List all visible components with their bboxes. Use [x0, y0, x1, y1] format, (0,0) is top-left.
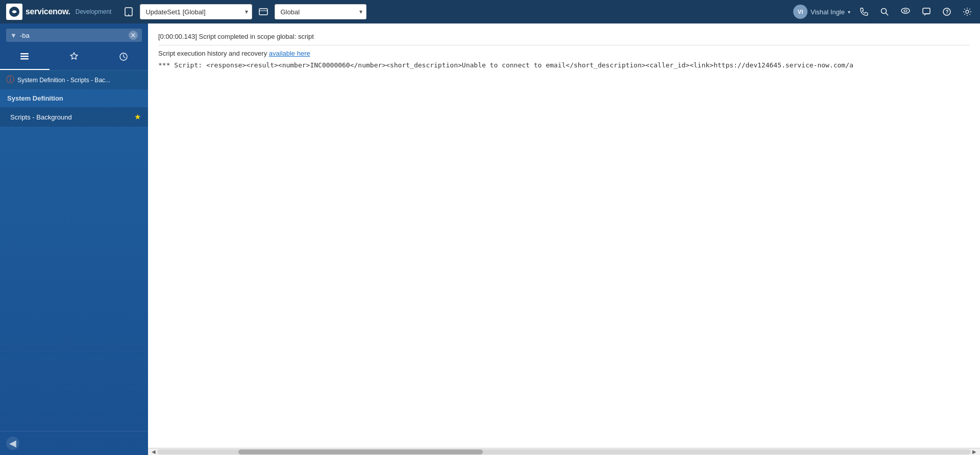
svg-point-2	[128, 14, 129, 15]
svg-line-6	[886, 13, 889, 16]
output-line-1: [0:00:00.143] Script completed in scope …	[158, 32, 970, 42]
nav-center: UpdateSet1 [Global] Global	[121, 4, 366, 19]
svg-point-12	[966, 10, 969, 13]
connect-button[interactable]	[898, 5, 913, 18]
svg-point-5	[881, 9, 887, 14]
breadcrumb-info-icon: ⓘ	[6, 75, 14, 85]
search-clear-button[interactable]: ✕	[129, 31, 138, 40]
horizontal-scrollbar[interactable]: ◀ ▶	[148, 448, 980, 455]
help-button[interactable]: ?	[940, 5, 953, 18]
sidebar-item-star[interactable]: ★	[134, 112, 141, 122]
output-script-line: *** Script: <response><result><number>IN…	[158, 61, 970, 69]
sidebar-item-label: Scripts - Background	[10, 113, 134, 121]
main-content: [0:00:00.143] Script completed in scope …	[148, 23, 980, 455]
hscroll-thumb	[238, 449, 482, 454]
env-label: Development	[76, 8, 112, 15]
user-name: Vishal Ingle	[811, 8, 845, 16]
sidebar-content: ⓘ System Definition - Scripts - Bac... S…	[0, 70, 148, 431]
tab-list[interactable]	[0, 47, 50, 70]
tab-history[interactable]	[99, 47, 148, 70]
tablet-view-button[interactable]	[121, 5, 136, 19]
scope-dropdown[interactable]: Global	[275, 4, 366, 19]
top-nav: servicenow. Development UpdateSet1 [Glob…	[0, 0, 980, 23]
tab-favorites[interactable]	[50, 47, 99, 70]
output-divider	[158, 45, 970, 45]
breadcrumb-text: System Definition - Scripts - Bac...	[17, 77, 110, 84]
phone-button[interactable]	[857, 5, 871, 18]
settings-button[interactable]	[961, 5, 974, 18]
output-line-2: Script execution history and recovery av…	[158, 49, 970, 59]
scroll-right-arrow[interactable]: ▶	[971, 449, 978, 454]
sidebar-section-header[interactable]: System Definition	[0, 89, 148, 107]
sidebar-item-scripts-background[interactable]: Scripts - Background ★	[0, 107, 148, 127]
sidebar: ▼ ✕ ⓘ System Definition - Scripts - Bac.…	[0, 23, 148, 455]
svg-point-8	[904, 10, 907, 12]
scroll-left-arrow[interactable]: ◀	[150, 449, 157, 454]
user-menu[interactable]: VI Vishal Ingle ▾	[793, 5, 850, 19]
sidebar-bottom: ◀	[0, 431, 148, 455]
svg-rect-3	[259, 9, 267, 15]
search-input[interactable]	[20, 32, 126, 39]
window-icon-button[interactable]	[256, 5, 271, 19]
brand-logo: servicenow. Development	[6, 4, 111, 20]
update-set-dropdown[interactable]: UpdateSet1 [Global]	[140, 4, 252, 19]
svg-rect-9	[923, 8, 930, 14]
nav-right: VI Vishal Ingle ▾ ?	[793, 5, 974, 19]
svg-rect-15	[20, 58, 29, 60]
sidebar-collapse-button[interactable]: ◀	[6, 437, 19, 450]
scope-dropdown-wrapper: Global	[275, 4, 366, 19]
script-prefix: *** Script:	[158, 61, 206, 69]
user-dropdown-icon: ▾	[848, 9, 850, 15]
search-bar: ▼ ✕	[0, 23, 148, 47]
chat-button[interactable]	[920, 5, 933, 18]
avatar: VI	[793, 5, 807, 19]
brand-name: servicenow.	[26, 7, 70, 16]
available-here-link[interactable]: available here	[269, 50, 310, 57]
search-input-wrap: ▼ ✕	[6, 29, 142, 42]
search-button[interactable]	[878, 5, 891, 18]
main-layout: ▼ ✕ ⓘ System Definition - Scripts - Bac.…	[0, 23, 980, 455]
output-line-2-prefix: Script execution history and recovery	[158, 50, 269, 57]
servicenow-logo-icon	[6, 4, 22, 20]
svg-point-7	[901, 8, 910, 13]
content-area: [0:00:00.143] Script completed in scope …	[148, 23, 980, 448]
brand-area: servicenow. Development	[6, 4, 111, 20]
svg-rect-14	[20, 56, 29, 57]
filter-icon: ▼	[10, 32, 17, 39]
svg-rect-13	[20, 53, 29, 55]
update-set-dropdown-wrapper: UpdateSet1 [Global]	[140, 4, 252, 19]
svg-text:?: ?	[946, 9, 949, 15]
script-xml: <response><result><number>INC0000060</nu…	[206, 61, 853, 69]
section-header-label: System Definition	[7, 94, 63, 102]
hscroll-track[interactable]	[157, 449, 971, 454]
sidebar-tabs	[0, 47, 148, 70]
sidebar-breadcrumb[interactable]: ⓘ System Definition - Scripts - Bac...	[0, 70, 148, 89]
